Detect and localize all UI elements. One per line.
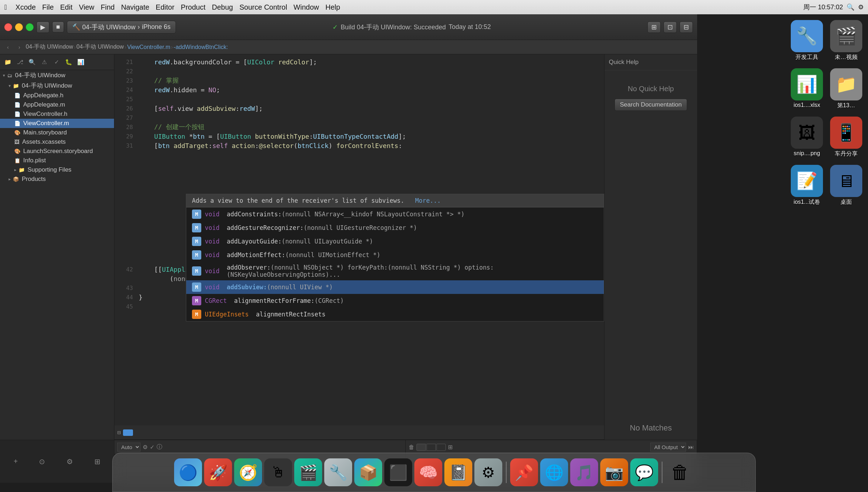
sidebar-git-icon[interactable]: ⎇ — [15, 57, 25, 67]
bc-file[interactable]: ViewController.m — [127, 44, 171, 50]
minimize-button[interactable] — [15, 23, 23, 31]
ac-item-addconstraints[interactable]: M void addConstraints:(nonnull NSArray<_… — [186, 207, 604, 221]
sidebar-item-appdelegate-h[interactable]: 📄 AppDelegate.h — [0, 91, 114, 100]
code-editor[interactable]: 21 redW.backgroundColor = [UIColor redCo… — [114, 54, 604, 440]
ac-item-alignmentrectinsets[interactable]: M UIEdgeInsets alignmentRectInsets — [186, 308, 604, 321]
menu-debug[interactable]: Debug — [212, 3, 233, 11]
dock-appstore[interactable]: 📦 — [354, 458, 382, 486]
desktop-icon-desktop[interactable]: 🖥 桌面 — [828, 163, 864, 208]
desktop-icon-xlsx[interactable]: 📊 ios1....xlsx — [789, 66, 825, 112]
menu-editor[interactable]: Editor — [156, 3, 174, 11]
menu-navigate[interactable]: Navigate — [121, 3, 149, 11]
dock-notes[interactable]: 📓 — [444, 458, 472, 486]
desktop-icon-chefan[interactable]: 📱 车丹分享 — [828, 114, 864, 160]
jump-to-btn[interactable]: ⏭ — [688, 444, 694, 451]
dock-terminal[interactable]: ⬛ — [384, 458, 412, 486]
bc-method[interactable]: -addWindowBtnClick: — [174, 44, 228, 50]
bc-group[interactable]: 04-手动 UIWindow — [77, 43, 124, 51]
single-view-btn[interactable] — [416, 444, 426, 451]
sidebar-item-root-project[interactable]: ▾ 🗂 04-手动 UIWindow — [0, 70, 114, 80]
sidebar-warning-icon[interactable]: ⚠ — [39, 57, 49, 67]
desktop-icon-png[interactable]: 🖼 snip....png — [789, 114, 825, 160]
desktop-icon-folder13[interactable]: 📁 第13… — [828, 66, 864, 112]
menu-xcode[interactable]: Xcode — [15, 3, 36, 11]
sidebar-report-icon[interactable]: 📊 — [76, 57, 86, 67]
sidebar-item-supporting-files[interactable]: ▸ 📁 Supporting Files — [0, 165, 114, 174]
menu-window[interactable]: Window — [294, 3, 319, 11]
desktop-icon-video[interactable]: 🎬 未…视频 — [828, 18, 864, 63]
menu-view[interactable]: View — [79, 3, 94, 11]
sidebar-test-icon[interactable]: ✓ — [51, 57, 61, 67]
menu-search-icon[interactable]: 🔍 — [847, 3, 854, 11]
menu-product[interactable]: Product — [181, 3, 206, 11]
code-area[interactable]: 21 redW.backgroundColor = [UIColor redCo… — [114, 54, 604, 440]
dock-extra5[interactable]: 💬 — [630, 458, 658, 486]
split-view-btn[interactable] — [426, 444, 436, 451]
desktop-icon-quiz[interactable]: 📝 ios1...试卷 — [789, 163, 825, 208]
dock-settings[interactable]: ⚙ — [474, 458, 502, 486]
dock-extra4[interactable]: 📷 — [600, 458, 628, 486]
fullscreen-button[interactable] — [26, 23, 34, 31]
grid-view-btn[interactable]: ⊞ — [94, 457, 100, 466]
dock-xmind[interactable]: 🧠 — [414, 458, 442, 486]
ac-more-link[interactable]: More... — [415, 197, 441, 204]
dock-launchpad[interactable]: 🚀 — [204, 458, 232, 486]
dock-extra2[interactable]: 🌐 — [540, 458, 568, 486]
settings-bottom-btn[interactable]: ⚙ — [66, 457, 73, 466]
inspector-toggle[interactable]: ⊟ — [680, 21, 693, 33]
editor-toggle[interactable]: ⊡ — [664, 21, 677, 33]
sidebar-item-assets[interactable]: 🖼 Assets.xcassets — [0, 137, 114, 147]
ac-item-addgesturerecognizer[interactable]: M void addGestureRecognizer:(nonnull UIG… — [186, 221, 604, 235]
dock-mouse[interactable]: 🖱 — [264, 458, 292, 486]
menu-find[interactable]: Find — [101, 3, 115, 11]
menu-source-control[interactable]: Source Control — [240, 3, 287, 11]
desktop-icon-devtools[interactable]: 🔧 开发工具 — [789, 18, 825, 63]
ac-tooltip-text: Adds a view to the end of the receiver's… — [192, 197, 404, 204]
grid-icon[interactable]: ⊞ — [448, 444, 453, 451]
sidebar-debug-icon[interactable]: 🐛 — [64, 57, 74, 67]
apple-menu[interactable]:  — [4, 3, 7, 11]
ac-item-addobserver[interactable]: M void addObserver:(nonnull NSObject *) … — [186, 262, 604, 280]
back-btn[interactable]: ‹ — [3, 42, 13, 52]
dock-extra3[interactable]: 🎵 — [570, 458, 598, 486]
ac-item-addsubview[interactable]: M void addSubview:(nonnull UIView *) — [186, 280, 604, 294]
close-button[interactable] — [4, 23, 12, 31]
sidebar-folder-icon[interactable]: 📁 — [3, 57, 13, 67]
forward-btn[interactable]: › — [14, 42, 24, 52]
stop-button[interactable]: ■ — [52, 21, 64, 33]
filter-btn[interactable]: ⊙ — [39, 457, 45, 466]
output-filter-select[interactable]: All Output — [650, 443, 686, 452]
filter-btn[interactable]: ⊟ — [117, 429, 121, 436]
sidebar-item-viewcontroller-h[interactable]: 📄 ViewController.h — [0, 109, 114, 119]
bc-project[interactable]: 04-手动 UIWindow — [26, 43, 73, 51]
run-button[interactable]: ▶ — [36, 21, 49, 33]
dock-tools[interactable]: 🔧 — [324, 458, 352, 486]
scheme-selector[interactable]: 🔨 04-手动 UIWindow › iPhone 6s — [67, 21, 176, 34]
search-documentation-btn[interactable]: Search Documentation — [615, 99, 687, 111]
sidebar-item-viewcontroller-m[interactable]: 📄 ViewController.m — [0, 119, 114, 128]
ac-item-addlayoutguide[interactable]: M void addLayoutGuide:(nonnull UILayoutG… — [186, 235, 604, 248]
menu-controlcenter-icon[interactable]: ⚙ — [858, 3, 864, 11]
sidebar-item-appdelegate-m[interactable]: 📄 AppDelegate.m — [0, 100, 114, 109]
add-file-btn[interactable]: + — [14, 457, 18, 466]
sidebar-item-launch-storyboard[interactable]: 🎨 LaunchScreen.storyboard — [0, 147, 114, 156]
menu-edit[interactable]: Edit — [60, 3, 72, 11]
trash-icon[interactable]: 🗑 — [409, 444, 414, 451]
sidebar-item-group[interactable]: ▾ 📁 04-手动 UIWindow — [0, 80, 114, 91]
menu-file[interactable]: File — [42, 3, 54, 11]
dock-trash[interactable]: 🗑 — [666, 458, 694, 486]
sidebar-search-icon[interactable]: 🔍 — [27, 57, 37, 67]
menu-help[interactable]: Help — [325, 3, 340, 11]
ac-item-addmotioneffect[interactable]: M void addMotionEffect:(nonnull UIMotion… — [186, 248, 604, 262]
dock-extra1[interactable]: 📌 — [510, 458, 538, 486]
dock-imovie[interactable]: 🎬 — [294, 458, 322, 486]
output-type-select[interactable]: Auto — [117, 443, 140, 452]
dock-safari[interactable]: 🧭 — [234, 458, 262, 486]
dock-finder[interactable]: 🔵 — [174, 458, 202, 486]
triple-view-btn[interactable] — [437, 444, 446, 451]
ac-item-alignmentrectforframe[interactable]: M CGRect alignmentRectForFrame:(CGRect) — [186, 294, 604, 308]
sidebar-item-products[interactable]: ▸ 📦 Products — [0, 174, 114, 184]
sidebar-item-main-storyboard[interactable]: 🎨 Main.storyboard — [0, 128, 114, 137]
sidebar-item-info-plist[interactable]: 📋 Info.plist — [0, 156, 114, 165]
navigator-toggle[interactable]: ⊞ — [647, 21, 661, 33]
